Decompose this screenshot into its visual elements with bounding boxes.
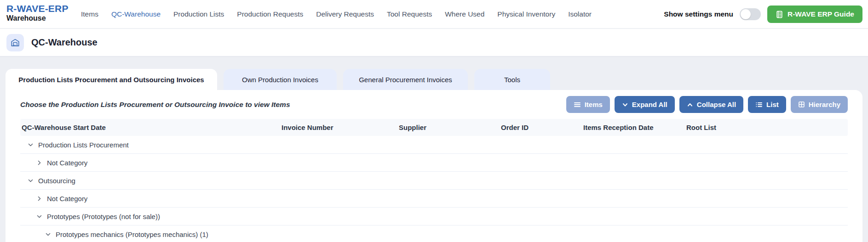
expand-all-button[interactable]: Expand All [615, 96, 675, 113]
column-header-qc-warehouse-start-date: QC-Warehouse Start Date [20, 124, 280, 131]
hierarchy-view-button-label: Hierarchy [809, 101, 840, 108]
chevron-down-icon[interactable] [27, 177, 34, 184]
erp-guide-button-label: R-WAVE ERP Guide [788, 10, 854, 18]
items-button-label: Items [585, 101, 603, 108]
top-navigation-bar: R-WAVE-ERP Warehouse Items QC-Warehouse … [0, 0, 868, 28]
tree-row-label: Outsourcing [38, 177, 75, 185]
nav-item-qc-warehouse[interactable]: QC-Warehouse [111, 10, 161, 18]
grid-icon [798, 101, 805, 108]
tree-row-label: Not Category [47, 195, 87, 203]
invoices-tree-table: QC-Warehouse Start Date Invoice Number S… [20, 119, 848, 242]
list-view-button[interactable]: List [748, 96, 786, 113]
list-icon [755, 101, 763, 108]
tree-row-label: Not Category [47, 159, 87, 167]
nav-item-delivery-requests[interactable]: Delivery Requests [316, 10, 374, 18]
settings-toggle-label: Show settings menu [664, 10, 733, 18]
chevron-down-icon [622, 101, 628, 108]
tree-row-label: Prototypes mechanics (Prototypes mechani… [56, 231, 208, 238]
chevron-up-icon [687, 101, 693, 108]
nav-item-items[interactable]: Items [81, 10, 98, 18]
tree-row-label: Production Lists Procurement [38, 141, 129, 149]
column-header-supplier: Supplier [397, 124, 500, 131]
page-title: QC-Warehouse [31, 37, 98, 48]
expand-all-button-label: Expand All [632, 101, 667, 108]
settings-toggle[interactable] [740, 8, 761, 20]
content-card: Choose the Production Lists Procurement … [6, 90, 862, 242]
app-logo[interactable]: R-WAVE-ERP Warehouse [6, 3, 69, 23]
tree-row-outsourcing[interactable]: Outsourcing [20, 172, 848, 190]
column-header-invoice-number: Invoice Number [280, 124, 397, 131]
toggle-knob [741, 9, 751, 19]
erp-guide-button[interactable]: R-WAVE ERP Guide [767, 6, 862, 23]
hierarchy-view-button[interactable]: Hierarchy [791, 96, 848, 113]
tab-own-production-invoices[interactable]: Own Production Invoices [224, 69, 337, 90]
nav-item-production-lists[interactable]: Production Lists [173, 10, 224, 18]
hint-text: Choose the Production Lists Procurement … [20, 101, 290, 109]
list-view-button-label: List [766, 101, 779, 108]
chevron-right-icon[interactable] [36, 195, 42, 202]
table-header-row: QC-Warehouse Start Date Invoice Number S… [20, 119, 848, 136]
nav-item-where-used[interactable]: Where Used [445, 10, 484, 18]
tree-row-production-lists-procurement[interactable]: Production Lists Procurement [20, 136, 848, 154]
logo-subtitle: Warehouse [6, 14, 69, 23]
column-header-root-list: Root List [685, 124, 848, 131]
chevron-down-icon[interactable] [27, 141, 34, 148]
chevron-right-icon[interactable] [36, 159, 42, 166]
tab-production-lists-procurement-and-outsourcing-invoices[interactable]: Production Lists Procurement and Outsour… [6, 69, 217, 90]
collapse-all-button-label: Collapse All [697, 101, 736, 108]
tab-bar: Production Lists Procurement and Outsour… [6, 69, 550, 90]
column-header-items-reception-date: Items Reception Date [582, 124, 685, 131]
items-button[interactable]: Items [566, 96, 610, 113]
toolbar-actions: Items Expand All C [566, 96, 848, 113]
chevron-down-icon[interactable] [36, 213, 42, 219]
tab-tools[interactable]: Tools [474, 69, 550, 90]
warehouse-home-icon[interactable] [6, 34, 24, 51]
tree-row-label: Prototypes (Prototypes (not for sale)) [47, 213, 160, 220]
logo-title: R-WAVE-ERP [6, 3, 69, 14]
app-root: R-WAVE-ERP Warehouse Items QC-Warehouse … [0, 0, 868, 242]
tree-row-not-category-1[interactable]: Not Category [20, 154, 848, 172]
column-header-order-id: Order ID [500, 124, 582, 131]
nav-item-production-requests[interactable]: Production Requests [237, 10, 303, 18]
menu-icon [574, 101, 581, 108]
chevron-down-icon[interactable] [45, 231, 51, 237]
nav-item-isolator[interactable]: Isolator [568, 10, 592, 18]
main-nav: Items QC-Warehouse Production Lists Prod… [81, 0, 592, 28]
toolbar: Choose the Production Lists Procurement … [6, 90, 862, 118]
tree-row-prototypes[interactable]: Prototypes (Prototypes (not for sale)) [20, 208, 848, 225]
tree-row-not-category-2[interactable]: Not Category [20, 190, 848, 208]
nav-item-physical-inventory[interactable]: Physical Inventory [497, 10, 555, 18]
tab-general-procurement-invoices[interactable]: General Procurement Invoices [343, 69, 468, 90]
tree-row-prototypes-mechanics[interactable]: Prototypes mechanics (Prototypes mechani… [20, 225, 848, 242]
collapse-all-button[interactable]: Collapse All [679, 96, 743, 113]
book-icon [776, 11, 783, 18]
nav-item-tool-requests[interactable]: Tool Requests [387, 10, 432, 18]
topbar-right-controls: Show settings menu R-WAVE ERP Guide [664, 0, 862, 28]
page-header: QC-Warehouse [0, 29, 868, 56]
